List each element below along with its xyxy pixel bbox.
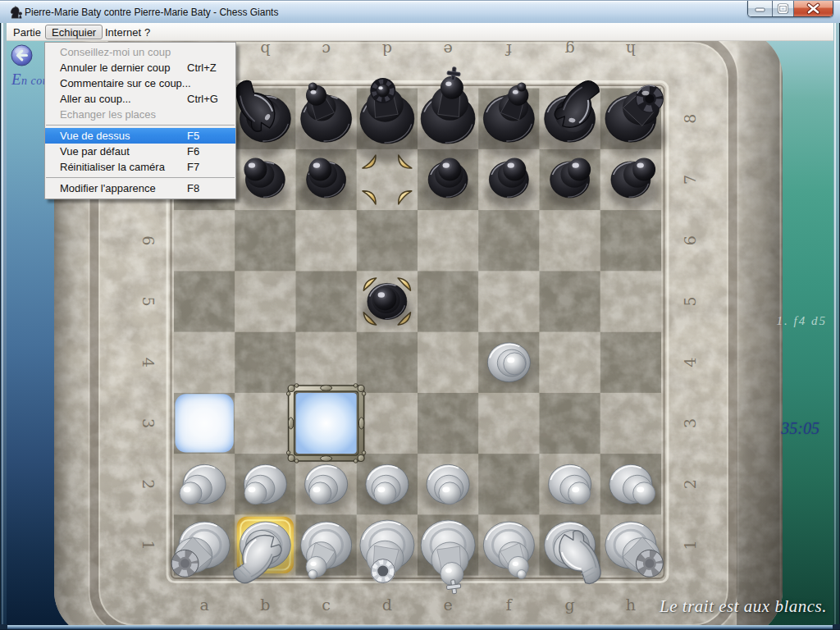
svg-text:7: 7 <box>681 175 699 185</box>
context-menu-item-shortcut: F8 <box>187 180 199 196</box>
window-title: Pierre-Marie Baty contre Pierre-Marie Ba… <box>25 7 278 18</box>
move-list: 1. f4 d5 <box>777 314 827 328</box>
svg-text:h: h <box>626 41 636 59</box>
close-button[interactable] <box>794 1 833 16</box>
window-border-left <box>0 23 7 625</box>
context-menu-item-vue-de-dessus[interactable]: Vue de dessusF5 <box>45 128 235 144</box>
window-border-bottom <box>0 625 840 630</box>
svg-text:3: 3 <box>681 418 699 428</box>
svg-text:8: 8 <box>681 114 699 124</box>
svg-text:4: 4 <box>139 358 158 368</box>
context-menu-item-shortcut: Ctrl+G <box>187 91 218 107</box>
svg-text:d: d <box>382 41 392 59</box>
context-menu-item-echanger-les-places: Echanger les places <box>45 107 235 122</box>
svg-text:1: 1 <box>139 540 158 550</box>
svg-text:g: g <box>565 41 575 59</box>
context-menu-item-shortcut: F6 <box>187 144 199 159</box>
context-menu-item-vue-par-d-faut[interactable]: Vue par défautF6 <box>45 144 235 159</box>
menu-echiquier[interactable]: Echiquier <box>45 25 103 39</box>
context-menu-item-label: Vue par défaut <box>60 144 130 159</box>
context-menu-item-r-initialiser-la-cam-ra[interactable]: Réinitialiser la caméraF7 <box>45 159 235 175</box>
caption-buttons <box>747 1 833 17</box>
context-menu-item-annuler-le-dernier-coup[interactable]: Annuler le dernier coupCtrl+Z <box>45 60 235 75</box>
context-menu-separator <box>46 125 235 126</box>
context-menu-item-label: Conseillez-moi un coup <box>60 44 171 60</box>
context-menu-item-label: Vue de dessus <box>60 128 130 144</box>
svg-text:c: c <box>322 41 331 59</box>
svg-text:g: g <box>565 596 575 614</box>
menubar: PartieEchiquierInternet? <box>1 23 839 41</box>
svg-text:b: b <box>260 41 270 59</box>
svg-text:2: 2 <box>139 479 158 489</box>
move-target-square[interactable] <box>176 394 234 452</box>
menu-partie[interactable]: Partie <box>7 25 48 39</box>
svg-text:6: 6 <box>139 235 158 245</box>
svg-text:e: e <box>444 41 453 59</box>
game-clock: 35:05 <box>781 419 819 438</box>
context-menu-item-shortcut: F7 <box>187 159 199 175</box>
back-button[interactable] <box>11 44 33 66</box>
context-menu-item-modifier-l-apparence[interactable]: Modifier l'apparenceF8 <box>45 180 235 196</box>
hover-target-frame[interactable] <box>286 384 366 463</box>
svg-text:h: h <box>626 596 636 614</box>
menu-?[interactable]: ? <box>138 25 157 39</box>
close-icon <box>794 1 833 16</box>
svg-text:5: 5 <box>681 296 699 306</box>
context-menu-item-label: Aller au coup... <box>60 91 131 107</box>
context-menu-item-label: Réinitialiser la caméra <box>60 159 165 175</box>
context-menu-item-shortcut: F5 <box>187 128 199 144</box>
svg-text:4: 4 <box>681 358 699 368</box>
context-menu-item-label: Annuler le dernier coup <box>60 60 170 75</box>
svg-text:5: 5 <box>139 296 158 306</box>
context-menu-item-label: Echanger les places <box>60 107 156 122</box>
svg-text:1: 1 <box>681 540 699 550</box>
svg-text:3: 3 <box>139 418 158 428</box>
svg-text:a: a <box>199 596 208 614</box>
maximize-icon <box>773 1 793 16</box>
maximize-button[interactable] <box>773 1 794 16</box>
context-menu-item-aller-au-coup[interactable]: Aller au coup...Ctrl+G <box>45 91 235 107</box>
turn-status: Le trait est aux blancs. <box>660 596 827 617</box>
svg-text:2: 2 <box>681 479 699 489</box>
titlebar[interactable]: Pierre-Marie Baty contre Pierre-Marie Ba… <box>0 0 840 23</box>
minimize-button[interactable] <box>748 1 773 16</box>
context-menu-item-shortcut: Ctrl+Z <box>187 60 217 75</box>
application-window: aabbccddeeffgghh1122334455667788 En cou … <box>0 0 840 630</box>
window-chess-icon <box>8 5 23 20</box>
svg-text:6: 6 <box>681 235 699 245</box>
context-menu-item-label: Modifier l'apparence <box>60 180 156 196</box>
context-menu-separator <box>46 177 235 178</box>
context-menu-item-label: Commentaire sur ce coup... <box>60 75 191 91</box>
svg-text:c: c <box>322 596 331 614</box>
context-menu-item-commentaire-sur-ce-coup[interactable]: Commentaire sur ce coup... <box>45 75 235 91</box>
window-border-right <box>833 23 840 625</box>
svg-text:b: b <box>260 596 270 614</box>
minimize-icon <box>748 1 772 16</box>
context-menu-echiquier: Conseillez-moi un coupAnnuler le dernier… <box>44 42 236 199</box>
svg-text:d: d <box>382 596 392 614</box>
context-menu-item-conseillez-moi-un-coup: Conseillez-moi un coup <box>45 44 235 60</box>
svg-text:e: e <box>444 596 453 614</box>
